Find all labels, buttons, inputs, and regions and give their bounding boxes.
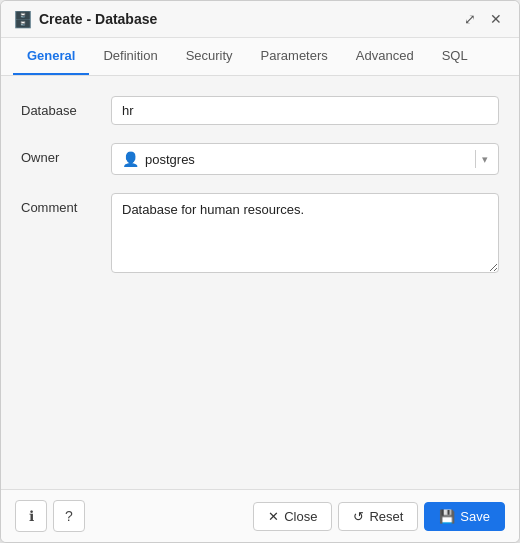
create-database-dialog: 🗄️ Create - Database ⤢ ✕ General Definit… (0, 0, 520, 543)
owner-field-wrapper: 👤 postgres ▾ (111, 143, 499, 175)
save-icon: 💾 (439, 509, 455, 524)
owner-select[interactable]: 👤 postgres ▾ (111, 143, 499, 175)
reset-label: Reset (369, 509, 403, 524)
save-button[interactable]: 💾 Save (424, 502, 505, 531)
footer: ℹ ? ✕ Close ↺ Reset 💾 Save (1, 489, 519, 542)
comment-field-wrapper: Database for human resources. (111, 193, 499, 276)
close-label: Close (284, 509, 317, 524)
owner-value: postgres (145, 152, 195, 167)
footer-right: ✕ Close ↺ Reset 💾 Save (253, 502, 505, 531)
dialog-title: Create - Database (39, 11, 157, 27)
comment-row: Comment Database for human resources. (21, 193, 499, 276)
database-field-wrapper (111, 96, 499, 125)
owner-select-right: ▾ (469, 150, 488, 168)
window-close-button[interactable]: ✕ (485, 9, 507, 29)
info-button[interactable]: ℹ (15, 500, 47, 532)
owner-row: Owner 👤 postgres ▾ (21, 143, 499, 175)
tab-bar: General Definition Security Parameters A… (1, 38, 519, 76)
owner-label: Owner (21, 143, 111, 165)
title-bar-left: 🗄️ Create - Database (13, 10, 157, 29)
help-button[interactable]: ? (53, 500, 85, 532)
close-button[interactable]: ✕ Close (253, 502, 332, 531)
tab-general[interactable]: General (13, 38, 89, 75)
reset-button[interactable]: ↺ Reset (338, 502, 418, 531)
tab-definition[interactable]: Definition (89, 38, 171, 75)
user-icon: 👤 (122, 151, 139, 167)
expand-button[interactable]: ⤢ (459, 9, 481, 29)
tab-sql[interactable]: SQL (428, 38, 482, 75)
comment-label: Comment (21, 193, 111, 215)
database-input[interactable] (111, 96, 499, 125)
chevron-down-icon: ▾ (482, 153, 488, 166)
database-label: Database (21, 96, 111, 118)
title-bar: 🗄️ Create - Database ⤢ ✕ (1, 1, 519, 38)
tab-advanced[interactable]: Advanced (342, 38, 428, 75)
footer-left: ℹ ? (15, 500, 85, 532)
form-content: Database Owner 👤 postgres ▾ (1, 76, 519, 489)
reset-icon: ↺ (353, 509, 364, 524)
select-divider (475, 150, 476, 168)
tab-parameters[interactable]: Parameters (247, 38, 342, 75)
save-label: Save (460, 509, 490, 524)
database-icon: 🗄️ (13, 10, 33, 29)
comment-textarea[interactable]: Database for human resources. (111, 193, 499, 273)
close-x-icon: ✕ (268, 509, 279, 524)
database-row: Database (21, 96, 499, 125)
title-bar-right: ⤢ ✕ (459, 9, 507, 29)
owner-select-left: 👤 postgres (122, 151, 195, 167)
tab-security[interactable]: Security (172, 38, 247, 75)
